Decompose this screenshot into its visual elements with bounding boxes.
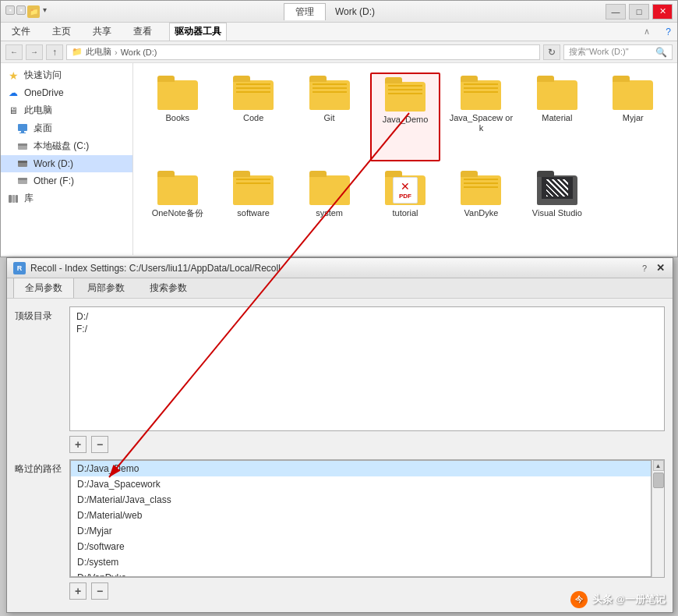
recoll-close-button[interactable]: ✕ <box>654 262 666 274</box>
top-dirs-add-button[interactable]: + <box>69 436 87 453</box>
file-visual-studio[interactable]: Visual Studio <box>522 168 591 246</box>
close-button[interactable]: ✕ <box>652 4 673 19</box>
file-books-label: Books <box>165 113 189 123</box>
file-system[interactable]: system <box>295 168 364 246</box>
ignored-label: 略过的路径 <box>15 459 62 476</box>
ribbon-tab-home[interactable]: 主页 <box>48 23 76 40</box>
help-icon[interactable]: ? <box>666 27 671 37</box>
ignored-item-myjar[interactable]: D:/Myjar <box>71 523 651 539</box>
file-onenote[interactable]: OneNote备份 <box>143 168 212 246</box>
up-button[interactable]: ↑ <box>46 44 63 60</box>
path-separator: › <box>115 48 118 57</box>
svg-rect-6 <box>18 161 27 163</box>
ignored-item-material-web[interactable]: D:/Material/web <box>71 508 651 523</box>
folder-vs-icon <box>537 171 577 205</box>
watermark: 今 头条 @一册笔记 <box>570 591 666 608</box>
forward-button[interactable]: → <box>26 44 43 60</box>
explorer-title: Work (D:) <box>335 6 375 17</box>
folder-vandyke-icon <box>461 171 501 205</box>
disk-f-icon <box>16 175 29 187</box>
folder-system-icon <box>309 171 350 205</box>
ignored-scrollbar[interactable]: ▲ <box>652 460 664 577</box>
file-material[interactable]: Material <box>522 73 591 161</box>
address-bar[interactable]: 📁 此电脑 › Work (D:) <box>66 44 540 60</box>
ribbon-collapse[interactable]: ∧ <box>644 27 650 37</box>
file-vandyke[interactable]: VanDyke <box>447 168 516 246</box>
refresh-button[interactable]: ↻ <box>543 44 560 60</box>
sidebar-label-work-d: Work (D:) <box>34 158 73 169</box>
folder-myjar-icon <box>613 76 653 110</box>
sidebar-item-desktop[interactable]: 桌面 <box>1 119 132 137</box>
sidebar-label-onedrive: OneDrive <box>24 87 64 98</box>
svg-rect-8 <box>18 178 27 180</box>
ignored-item-java-demo[interactable]: D:/Java_Demo <box>71 461 651 476</box>
ignored-item-vandyke[interactable]: D:/VanDyke <box>71 570 651 577</box>
ignored-item-material-java[interactable]: D:/Material/Java_class <box>71 492 651 508</box>
scroll-thumb[interactable] <box>653 473 664 488</box>
recoll-title-text: Recoll - Index Settings: C:/Users/liu11/… <box>30 263 281 274</box>
recoll-tab-local[interactable]: 局部参数 <box>76 278 136 298</box>
file-tutorial-label: tutorial <box>392 208 418 218</box>
file-java-spacework-label: Java_Spacew ork <box>450 113 513 133</box>
folder-books-icon <box>157 76 198 110</box>
ribbon-tab-share[interactable]: 共享 <box>88 23 116 40</box>
ignored-item-java-spacework[interactable]: D:/Java_Spacework <box>71 476 651 492</box>
file-git[interactable]: Git <box>295 73 364 161</box>
file-java-demo[interactable]: Java_Demo <box>370 73 440 161</box>
ignored-list[interactable]: D:/Java_Demo D:/Java_Spacework D:/Materi… <box>70 460 652 577</box>
file-java-spacework[interactable]: Java_Spacew ork <box>447 73 516 161</box>
ribbon-tab-drive[interactable]: 驱动器工具 <box>169 23 227 41</box>
file-books[interactable]: Books <box>143 73 212 161</box>
folder-onenote-icon <box>157 171 198 205</box>
ignored-list-container: D:/Java_Demo D:/Java_Spacework D:/Materi… <box>69 459 665 578</box>
cloud-icon: ☁ <box>7 87 19 99</box>
maximize-button[interactable]: □ <box>629 4 649 19</box>
search-bar[interactable]: 搜索"Work (D:)" 🔍 <box>563 44 673 60</box>
sidebar-item-local-c[interactable]: 本地磁盘 (C:) <box>1 137 132 155</box>
ignored-item-system[interactable]: D:/system <box>71 554 651 570</box>
sidebar-item-work-d[interactable]: Work (D:) <box>1 155 132 172</box>
minimize-button[interactable]: — <box>606 4 626 19</box>
file-system-label: system <box>316 208 343 218</box>
ignored-paths-row: 略过的路径 D:/Java_Demo D:/Java_Spacework D:/… <box>15 459 665 600</box>
sidebar-item-library[interactable]: 库 <box>1 189 132 207</box>
recoll-logo-icon: R <box>13 262 26 274</box>
file-code[interactable]: Code <box>218 73 288 161</box>
back-button[interactable]: ← <box>5 44 23 60</box>
top-dirs-remove-button[interactable]: − <box>91 436 108 453</box>
file-area: Books Code Git <box>133 63 677 255</box>
sidebar-item-quick-access[interactable]: ★ 快速访问 <box>1 66 132 84</box>
top-dir-f[interactable]: F:/ <box>73 323 661 335</box>
recoll-help-button[interactable]: ? <box>638 262 651 274</box>
file-software[interactable]: software <box>218 168 288 246</box>
recoll-tab-global[interactable]: 全局参数 <box>13 278 74 298</box>
top-dirs-list[interactable]: D:/ F:/ <box>69 306 665 431</box>
computer-icon: 🖥 <box>7 104 19 117</box>
ribbon-tab-file[interactable]: 文件 <box>7 23 35 40</box>
top-dirs-panel: D:/ F:/ + − <box>69 306 665 453</box>
file-myjar[interactable]: Myjar <box>599 73 668 161</box>
sidebar-item-other-f[interactable]: Other (F:) <box>1 172 132 189</box>
folder-git-icon <box>309 76 350 110</box>
scroll-up-arrow[interactable]: ▲ <box>653 460 664 471</box>
recoll-tab-search[interactable]: 搜索参数 <box>138 278 199 298</box>
file-tutorial[interactable]: ✕ PDF tutorial <box>370 168 440 246</box>
recoll-titlebar: R Recoll - Index Settings: C:/Users/liu1… <box>7 258 673 278</box>
sidebar-label-this-pc: 此电脑 <box>24 104 52 117</box>
top-dir-d[interactable]: D:/ <box>73 310 661 323</box>
sidebar-label-desktop: 桌面 <box>34 122 52 135</box>
sidebar-label-local-c: 本地磁盘 (C:) <box>34 140 89 153</box>
file-vandyke-label: VanDyke <box>464 208 499 218</box>
active-tab-label: 管理 <box>284 3 326 20</box>
file-myjar-label: Myjar <box>623 113 644 123</box>
ignored-remove-button[interactable]: − <box>91 582 108 600</box>
sidebar-item-onedrive[interactable]: ☁ OneDrive <box>1 84 132 101</box>
ignored-add-button[interactable]: + <box>69 582 87 600</box>
top-dirs-row: 顶级目录 D:/ F:/ + − <box>15 306 665 453</box>
library-icon <box>7 193 19 205</box>
svg-rect-4 <box>18 143 27 146</box>
explorer-titlebar: ▪ ▪ 📁 ▾ 管理 Work (D:) — □ ✕ <box>1 1 677 23</box>
ribbon-tab-view[interactable]: 查看 <box>129 23 157 40</box>
ignored-item-software[interactable]: D:/software <box>71 539 651 554</box>
sidebar-item-this-pc[interactable]: 🖥 此电脑 <box>1 101 132 119</box>
